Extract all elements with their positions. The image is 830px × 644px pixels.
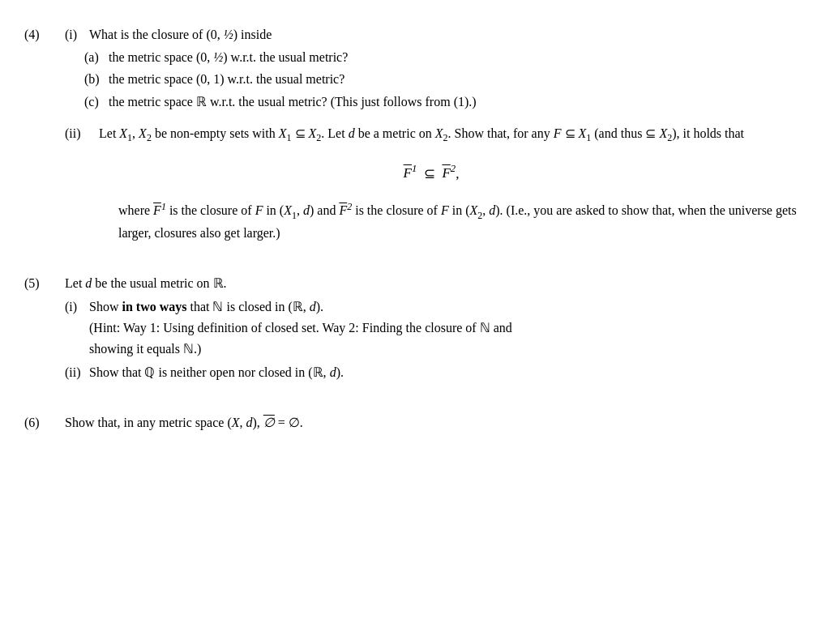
- problem-4-part-i: (i) What is the closure of (0, ½) inside: [65, 24, 798, 45]
- problem-4-part-c: (c) the metric space ℝ w.r.t. the usual …: [65, 92, 798, 113]
- part-c-content: the metric space ℝ w.r.t. the usual metr…: [109, 92, 798, 113]
- part-ii-label-5: (ii): [65, 362, 89, 383]
- problem-6-content: Show that, in any metric space (X, d), ∅…: [65, 412, 798, 433]
- part-b-label: (b): [84, 69, 109, 90]
- problem-4: (4) (i) What is the closure of (0, ½) in…: [24, 24, 798, 244]
- part-ii-content: Let X1, X2 be non-empty sets with X1 ⊆ X…: [99, 123, 798, 146]
- part-a-content: the metric space (0, ½) w.r.t. the usual…: [109, 47, 798, 68]
- problem-4-part-a: (a) the metric space (0, ½) w.r.t. the u…: [65, 47, 798, 68]
- problem-6: (6) Show that, in any metric space (X, d…: [24, 412, 798, 433]
- problem-4-number: (4): [24, 24, 65, 45]
- problem-5-content: Let d be the usual metric on ℝ.: [65, 273, 798, 294]
- problem-5-row: (5) Let d be the usual metric on ℝ.: [24, 273, 798, 294]
- problem-5: (5) Let d be the usual metric on ℝ. (i) …: [24, 273, 798, 383]
- problem-5-part-ii: (ii) Show that ℚ is neither open nor clo…: [24, 362, 798, 383]
- part-i-label: (i): [65, 24, 89, 45]
- problem-6-number: (6): [24, 412, 65, 433]
- part-ii-content-5: Show that ℚ is neither open nor closed i…: [89, 362, 798, 383]
- part-b-content: the metric space (0, 1) w.r.t. the usual…: [109, 69, 798, 90]
- part-i-content: What is the closure of (0, ½) inside: [89, 24, 798, 45]
- part-i-label-5: (i): [65, 296, 89, 318]
- part-a-label: (a): [84, 47, 109, 68]
- part-ii-explanation: where F1 is the closure of F in (X1, d) …: [65, 199, 798, 244]
- problem-6-row: (6) Show that, in any metric space (X, d…: [24, 412, 798, 433]
- problem-4-part-ii: (ii) Let X1, X2 be non-empty sets with X…: [65, 123, 798, 146]
- part-ii-label: (ii): [65, 123, 99, 144]
- problem-5-number: (5): [24, 273, 65, 294]
- problem-4-content: (i) What is the closure of (0, ½) inside…: [65, 24, 798, 244]
- problem-5-part-i: (i) Show in two ways that ℕ is closed in…: [24, 296, 798, 359]
- problem-4-part-b: (b) the metric space (0, 1) w.r.t. the u…: [65, 69, 798, 90]
- part-c-label: (c): [84, 92, 109, 113]
- part-i-content-5: Show in two ways that ℕ is closed in (ℝ,…: [89, 296, 798, 359]
- display-math-closure: F1 ⊆ F2,: [65, 161, 798, 185]
- problem-4-row: (4) (i) What is the closure of (0, ½) in…: [24, 24, 798, 244]
